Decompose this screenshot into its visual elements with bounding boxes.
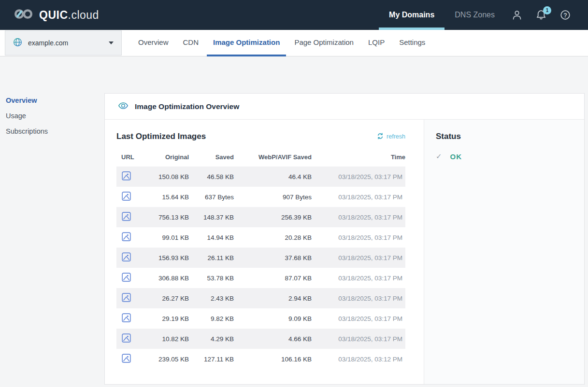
image-thumbnail-icon[interactable] bbox=[121, 353, 131, 363]
cell-original: 29.19 KB bbox=[145, 308, 189, 329]
cell-original: 756.13 KB bbox=[145, 207, 189, 227]
cell-time: 03/18/2025, 03:17 PM bbox=[312, 248, 405, 268]
nav-my-domains[interactable]: My Domains bbox=[379, 0, 445, 30]
image-thumbnail-icon[interactable] bbox=[121, 292, 131, 303]
col-header-webp-avif-saved: WebP/AVIF Saved bbox=[234, 150, 312, 166]
image-thumbnail-icon[interactable] bbox=[121, 252, 131, 262]
cell-time: 03/18/2025, 03:17 PM bbox=[312, 288, 405, 308]
table-row: 150.08 KB 46.58 KB 46.4 KB 03/18/2025, 0… bbox=[116, 166, 405, 187]
image-thumbnail-icon[interactable] bbox=[121, 191, 131, 201]
help-button[interactable]: ? bbox=[553, 0, 577, 30]
table-row: 99.01 KB 14.94 KB 20.28 KB 03/18/2025, 0… bbox=[116, 227, 405, 248]
nav-dns-zones[interactable]: DNS Zones bbox=[445, 0, 505, 30]
refresh-button[interactable]: refresh bbox=[377, 133, 405, 141]
cell-time: 03/18/2025, 03:17 PM bbox=[312, 207, 405, 227]
cell-saved: 14.94 KB bbox=[189, 227, 234, 248]
table-row: 306.88 KB 53.78 KB 87.07 KB 03/18/2025, … bbox=[116, 268, 405, 288]
tab-settings[interactable]: Settings bbox=[393, 30, 431, 56]
quic-cloud-logo[interactable]: QUIC.cloud bbox=[0, 0, 99, 30]
domain-tabs: Overview CDN Image Optimization Page Opt… bbox=[131, 30, 432, 56]
notifications-button[interactable]: 1 bbox=[529, 0, 553, 30]
tab-overview[interactable]: Overview bbox=[132, 30, 175, 56]
optimized-images-table-body: 150.08 KB 46.58 KB 46.4 KB 03/18/2025, 0… bbox=[116, 166, 405, 369]
image-thumbnail-icon[interactable] bbox=[121, 232, 131, 242]
cell-original: 15.64 KB bbox=[145, 187, 189, 207]
image-thumbnail-icon[interactable] bbox=[121, 272, 131, 282]
user-icon bbox=[512, 10, 522, 20]
panel-title: Image Optimization Overview bbox=[135, 102, 239, 111]
cell-original: 99.01 KB bbox=[145, 227, 189, 248]
col-header-url: URL bbox=[116, 150, 145, 166]
image-optimization-panel: Image Optimization Overview Last Optimiz… bbox=[104, 93, 585, 385]
status-title: Status bbox=[436, 132, 573, 141]
svg-text:?: ? bbox=[563, 12, 567, 19]
status-section: Status ✓ OK bbox=[424, 120, 584, 384]
cell-time: 03/18/2025, 03:17 PM bbox=[312, 308, 405, 329]
image-thumbnail-icon[interactable] bbox=[121, 313, 131, 323]
cell-time: 03/18/2025, 03:17 PM bbox=[312, 268, 405, 288]
cell-saved: 2.43 KB bbox=[189, 288, 234, 308]
cell-time: 03/18/2025, 03:12 PM bbox=[312, 349, 405, 369]
infinity-logo-icon bbox=[13, 7, 34, 23]
cell-original: 156.93 KB bbox=[145, 248, 189, 268]
cell-saved: 26.11 KB bbox=[189, 248, 234, 268]
panel-header: Image Optimization Overview bbox=[105, 94, 584, 120]
cell-original: 26.27 KB bbox=[145, 288, 189, 308]
col-header-original: Original bbox=[145, 150, 189, 166]
selected-domain: example.com bbox=[28, 39, 68, 47]
eye-icon bbox=[118, 100, 129, 113]
col-header-time: Time bbox=[312, 150, 405, 166]
tab-page-optimization[interactable]: Page Optimization bbox=[288, 30, 360, 56]
cell-time: 03/18/2025, 03:17 PM bbox=[312, 329, 405, 349]
refresh-icon bbox=[377, 133, 384, 141]
table-row: 156.93 KB 26.11 KB 37.68 KB 03/18/2025, … bbox=[116, 248, 405, 268]
optimized-images-table: URL Original Saved WebP/AVIF Saved Time … bbox=[116, 150, 405, 369]
cell-time: 03/18/2025, 03:17 PM bbox=[312, 166, 405, 187]
image-thumbnail-icon[interactable] bbox=[121, 333, 131, 343]
last-optimized-section: Last Optimized Images refresh bbox=[105, 120, 424, 384]
cell-webp-avif-saved: 87.07 KB bbox=[234, 268, 312, 288]
cell-webp-avif-saved: 4.66 KB bbox=[234, 329, 312, 349]
image-thumbnail-icon[interactable] bbox=[121, 211, 131, 221]
col-header-saved: Saved bbox=[189, 150, 234, 166]
tab-cdn[interactable]: CDN bbox=[177, 30, 205, 56]
cell-original: 239.05 KB bbox=[145, 349, 189, 369]
image-thumbnail-icon[interactable] bbox=[121, 171, 131, 181]
cell-time: 03/18/2025, 03:17 PM bbox=[312, 227, 405, 248]
notification-badge: 1 bbox=[543, 6, 551, 14]
cell-webp-avif-saved: 256.39 KB bbox=[234, 207, 312, 227]
domain-selector[interactable]: example.com bbox=[5, 30, 122, 55]
table-row: 239.05 KB 127.11 KB 106.16 KB 03/18/2025… bbox=[116, 349, 405, 369]
refresh-label: refresh bbox=[387, 133, 405, 140]
cell-webp-avif-saved: 2.94 KB bbox=[234, 288, 312, 308]
tab-lqip[interactable]: LQIP bbox=[362, 30, 391, 56]
account-button[interactable] bbox=[505, 0, 529, 30]
cell-saved: 127.11 KB bbox=[189, 349, 234, 369]
last-optimized-title: Last Optimized Images bbox=[116, 132, 206, 141]
globe-icon bbox=[13, 38, 22, 49]
sidebar-item-overview[interactable]: Overview bbox=[6, 97, 98, 104]
cell-webp-avif-saved: 106.16 KB bbox=[234, 349, 312, 369]
sidebar-item-subscriptions[interactable]: Subscriptions bbox=[6, 127, 98, 135]
cell-saved: 53.78 KB bbox=[189, 268, 234, 288]
section-sidebar: Overview Usage Subscriptions bbox=[6, 97, 98, 143]
cell-saved: 637 Bytes bbox=[189, 187, 234, 207]
table-row: 15.64 KB 637 Bytes 907 Bytes 03/18/2025,… bbox=[116, 187, 405, 207]
cell-original: 10.82 KB bbox=[145, 329, 189, 349]
cell-saved: 9.82 KB bbox=[189, 308, 234, 329]
cell-saved: 46.58 KB bbox=[189, 166, 234, 187]
table-row: 10.82 KB 4.29 KB 4.66 KB 03/18/2025, 03:… bbox=[116, 329, 405, 349]
table-row: 26.27 KB 2.43 KB 2.94 KB 03/18/2025, 03:… bbox=[116, 288, 405, 308]
cell-webp-avif-saved: 907 Bytes bbox=[234, 187, 312, 207]
cell-saved: 4.29 KB bbox=[189, 329, 234, 349]
cell-original: 150.08 KB bbox=[145, 166, 189, 187]
cell-saved: 148.37 KB bbox=[189, 207, 234, 227]
cell-webp-avif-saved: 37.68 KB bbox=[234, 248, 312, 268]
cell-webp-avif-saved: 9.09 KB bbox=[234, 308, 312, 329]
table-header-row: URL Original Saved WebP/AVIF Saved Time bbox=[116, 150, 405, 166]
status-value: OK bbox=[450, 152, 462, 161]
cell-webp-avif-saved: 46.4 KB bbox=[234, 166, 312, 187]
cell-original: 306.88 KB bbox=[145, 268, 189, 288]
sidebar-item-usage[interactable]: Usage bbox=[6, 112, 98, 120]
tab-image-optimization[interactable]: Image Optimization bbox=[207, 30, 286, 56]
